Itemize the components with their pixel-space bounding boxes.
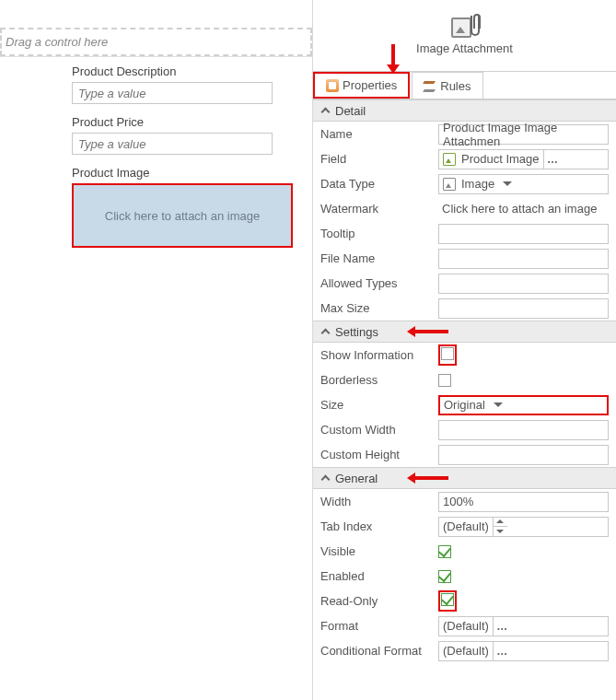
properties-icon	[326, 79, 339, 92]
checkbox-showinfo[interactable]	[441, 347, 454, 360]
picker-format[interactable]: (Default) …	[438, 616, 609, 636]
label-customwidth: Custom Width	[320, 423, 438, 437]
label-enabled: Enabled	[320, 569, 438, 583]
checkbox-readonly[interactable]	[441, 593, 454, 606]
group-title-detail: Detail	[335, 104, 366, 118]
label-name: Name	[320, 127, 438, 141]
image-type-icon	[443, 178, 456, 191]
label-tooltip: Tooltip	[320, 227, 438, 240]
ellipsis-button[interactable]: …	[493, 616, 511, 636]
checkbox-visible[interactable]	[438, 545, 451, 558]
picker-field[interactable]: Product Image …	[438, 149, 609, 169]
input-width[interactable]: 100%	[438, 492, 609, 512]
input-product-price[interactable]	[72, 133, 273, 155]
drag-zone[interactable]: Drag a control here	[0, 28, 312, 56]
label-showinfo: Show Information	[320, 348, 438, 362]
annotation-arrow-left	[407, 326, 448, 337]
tab-rules[interactable]: Rules	[412, 72, 482, 99]
input-product-description[interactable]	[72, 82, 273, 104]
stepper-tabindex[interactable]: (Default)	[438, 517, 609, 537]
chevron-up-icon	[320, 106, 330, 115]
properties-panel: Image Attachment Properties Rules Detail…	[313, 0, 616, 700]
ellipsis-button[interactable]: …	[543, 149, 562, 169]
field-row-image: Product Image Click here to attach an im…	[0, 166, 312, 259]
label-cformat: Conditional Format	[320, 644, 438, 658]
image-attachment-dropzone[interactable]: Click here to attach an image	[72, 183, 293, 248]
image-field-icon	[443, 153, 456, 166]
group-header-settings[interactable]: Settings	[313, 321, 616, 343]
label-datatype: Data Type	[320, 177, 438, 191]
label-product-price: Product Price	[72, 115, 296, 129]
image-attachment-icon	[451, 16, 479, 40]
input-customheight[interactable]	[438, 445, 609, 465]
input-name[interactable]: Product Image Image Attachmen	[438, 124, 609, 145]
label-product-description: Product Description	[72, 64, 296, 78]
label-tabindex: Tab Index	[320, 519, 438, 533]
chevron-up-icon	[320, 473, 330, 483]
panel-title: Image Attachment	[416, 41, 513, 55]
chevron-up-icon	[320, 327, 330, 336]
input-filename[interactable]	[438, 249, 609, 269]
label-format: Format	[320, 619, 438, 633]
label-maxsize: Max Size	[320, 301, 438, 315]
annotation-highlight-showinfo	[438, 344, 457, 366]
label-borderless: Borderless	[320, 373, 438, 387]
annotation-highlight-readonly	[438, 590, 457, 612]
checkbox-borderless[interactable]	[438, 374, 451, 387]
chevron-down-icon[interactable]	[489, 395, 507, 415]
input-allowed-types[interactable]	[438, 274, 609, 294]
design-canvas: Drag a control here Product Description …	[0, 0, 313, 700]
rules-icon	[424, 79, 436, 92]
annotation-arrow-left	[407, 472, 448, 484]
panel-tabs: Properties Rules	[313, 72, 616, 99]
group-title-general: General	[335, 472, 378, 485]
field-row-description: Product Description	[0, 64, 312, 115]
chevron-down-icon[interactable]	[498, 174, 517, 194]
panel-header: Image Attachment	[313, 0, 616, 72]
label-width: Width	[320, 495, 438, 508]
field-row-price: Product Price	[0, 115, 312, 166]
group-header-detail[interactable]: Detail	[313, 99, 616, 122]
label-watermark: Watermark	[320, 202, 438, 216]
label-size: Size	[320, 398, 438, 412]
checkbox-enabled[interactable]	[438, 570, 451, 583]
label-product-image: Product Image	[72, 166, 296, 180]
label-visible: Visible	[320, 544, 438, 558]
group-title-settings: Settings	[335, 325, 378, 339]
ellipsis-button[interactable]: …	[493, 641, 511, 661]
tab-rules-label: Rules	[440, 79, 471, 93]
display-watermark[interactable]: Click here to attach an image	[438, 199, 609, 219]
label-field: Field	[320, 152, 438, 166]
group-header-general[interactable]: General	[313, 467, 616, 489]
select-datatype[interactable]: Image	[438, 174, 609, 194]
form-panel: Product Description Product Price Produc…	[0, 56, 312, 270]
label-customheight: Custom Height	[320, 448, 438, 461]
picker-conditional-format[interactable]: (Default) …	[438, 641, 609, 661]
label-allowed-types: Allowed Types	[320, 276, 438, 290]
input-customwidth[interactable]	[438, 420, 609, 440]
input-tooltip[interactable]	[438, 224, 609, 244]
label-readonly: Read-Only	[320, 594, 438, 608]
annotation-arrow-down	[387, 44, 400, 81]
label-filename: File Name	[320, 251, 438, 265]
select-size[interactable]: Original	[438, 395, 609, 415]
spinner-tabindex[interactable]	[493, 517, 507, 537]
input-maxsize[interactable]	[438, 298, 609, 319]
